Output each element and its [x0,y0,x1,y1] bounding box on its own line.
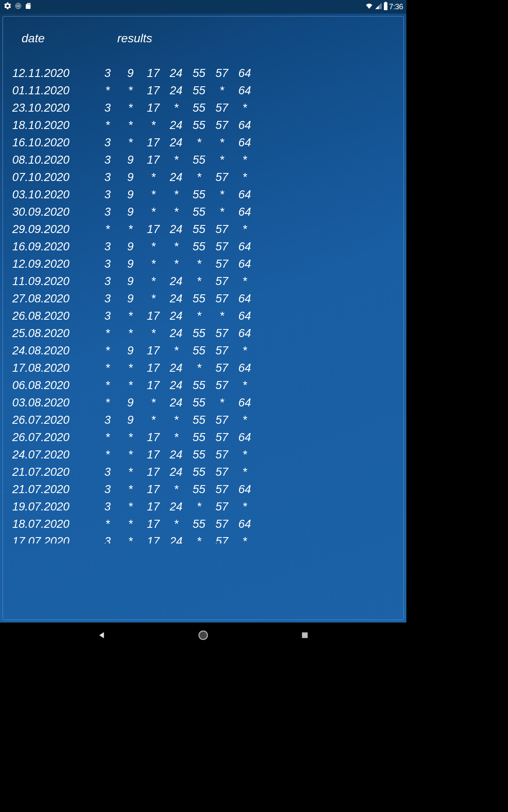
value-cell: 55 [188,82,210,99]
value-cell: 24 [165,290,188,307]
value-cell: * [119,481,142,498]
value-cell: * [119,99,142,117]
value-cell: 55 [188,203,210,221]
value-cell: * [233,377,256,394]
value-cell: * [96,221,119,238]
result-row: 03.08.2020*9*2455*64 [12,394,398,411]
value-cell: * [165,186,188,203]
value-cell: 57 [210,498,233,516]
value-cell: * [142,325,165,342]
nav-home-button[interactable] [195,629,212,643]
value-cell: 24 [165,533,188,543]
value-cell: 24 [165,446,188,464]
value-cell: * [188,359,210,377]
value-cell: 17 [142,82,165,99]
signal-icon [375,2,382,12]
value-cell: * [119,117,142,134]
result-row: 21.07.20203*17245557* [12,464,398,481]
result-row: 07.10.202039*24*57* [12,169,398,186]
result-row: 08.10.20203917*55** [12,151,398,169]
value-cell: 17 [142,516,165,533]
value-cell: 64 [233,429,256,446]
row-values: 39*24555764 [96,290,256,307]
value-cell: 57 [210,290,233,307]
row-date: 26.08.2020 [12,307,96,325]
nav-recent-button[interactable] [296,631,313,641]
value-cell: 24 [165,169,188,186]
value-cell: 17 [142,481,165,498]
results-rows: 12.11.202039172455576401.11.2020**172455… [12,65,398,543]
value-cell: 64 [233,516,256,533]
value-cell: 9 [119,203,142,221]
value-cell: 64 [233,186,256,203]
value-cell: * [188,134,210,151]
row-date: 29.09.2020 [12,221,96,238]
value-cell: 3 [96,290,119,307]
value-cell: * [119,359,142,377]
value-cell: * [233,99,256,117]
row-values: *9*2455*64 [96,394,256,411]
row-date: 12.09.2020 [12,255,96,273]
value-cell: 57 [210,221,233,238]
value-cell: * [233,273,256,290]
value-cell: 55 [188,516,210,533]
value-cell: * [233,342,256,359]
value-cell: 3 [96,411,119,429]
value-cell: * [142,290,165,307]
nav-back-button[interactable] [93,631,110,642]
value-cell: * [119,464,142,481]
value-cell: 57 [210,446,233,464]
row-date: 25.08.2020 [12,325,96,342]
value-cell: 17 [142,359,165,377]
result-row: 27.08.202039*24555764 [12,290,398,307]
value-cell: 17 [142,533,165,543]
value-cell: 9 [119,290,142,307]
value-cell: 24 [165,117,188,134]
value-cell: * [233,498,256,516]
value-cell: * [96,516,119,533]
result-row: 12.09.202039***5764 [12,255,398,273]
value-cell: 64 [233,134,256,151]
value-cell: 55 [188,325,210,342]
row-date: 16.10.2020 [12,134,96,151]
value-cell: * [165,151,188,169]
value-cell: 3 [96,134,119,151]
value-cell: 57 [210,411,233,429]
row-date: 03.10.2020 [12,186,96,203]
row-values: ***24555764 [96,325,256,342]
row-values: **17245557* [96,221,256,238]
value-cell: 3 [96,481,119,498]
result-row: 25.08.2020***24555764 [12,325,398,342]
result-row: 01.11.2020**172455*64 [12,82,398,99]
value-cell: * [165,238,188,255]
value-cell: * [165,342,188,359]
value-cell: 9 [119,411,142,429]
value-cell: * [96,394,119,411]
value-cell: 9 [119,238,142,255]
result-row: 24.07.2020**17245557* [12,446,398,464]
value-cell: 3 [96,464,119,481]
value-cell: 9 [119,186,142,203]
row-date: 11.09.2020 [12,273,96,290]
result-row: 26.07.202039**5557* [12,411,398,429]
row-values: 39**55*64 [96,186,256,203]
value-cell: 3 [96,238,119,255]
value-cell: 55 [188,221,210,238]
result-row: 26.07.2020**17*555764 [12,429,398,446]
value-cell: * [210,151,233,169]
row-values: **17*555764 [96,516,256,533]
value-cell: * [142,238,165,255]
value-cell: * [188,255,210,273]
value-cell: 64 [233,307,256,325]
value-cell: 55 [188,429,210,446]
app-content: date results 12.11.202039172455576401.11… [0,14,406,623]
value-cell: * [188,307,210,325]
value-cell: 17 [142,464,165,481]
value-cell: 17 [142,151,165,169]
value-cell: 55 [188,377,210,394]
row-values: **17245557* [96,377,256,394]
row-date: 06.08.2020 [12,377,96,394]
value-cell: 3 [96,498,119,516]
row-values: **17245557* [96,446,256,464]
value-cell: * [142,411,165,429]
